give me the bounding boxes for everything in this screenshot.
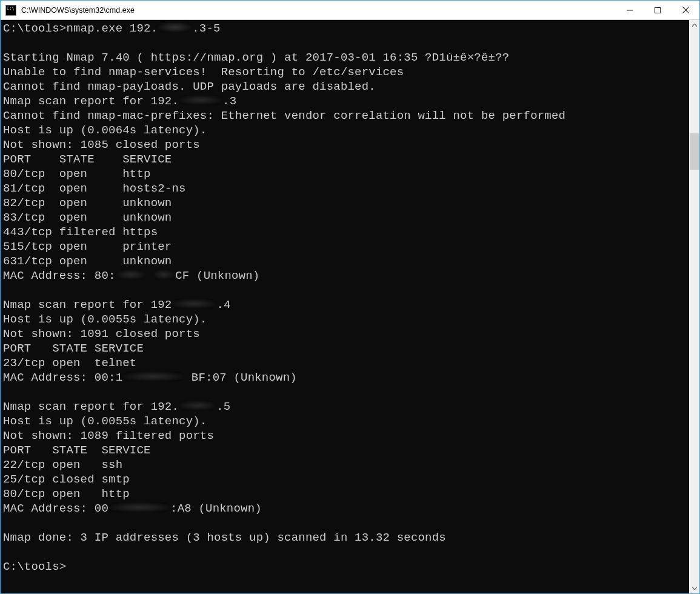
redacted-mac bbox=[116, 270, 145, 279]
output-line: 631/tcp open unknown bbox=[3, 255, 172, 268]
output-line: 22/tcp open ssh bbox=[3, 458, 122, 472]
output-line: MAC Address: 00 bbox=[3, 502, 108, 515]
window-controls bbox=[616, 1, 699, 19]
output-line: Host is up (0.0064s latency). bbox=[3, 124, 207, 137]
cmd-window: C:\WINDOWS\system32\cmd.exe C:\tools>nma… bbox=[0, 0, 700, 594]
redacted-mac bbox=[153, 270, 175, 279]
output-line: Cannot find nmap-mac-prefixes: Ethernet … bbox=[3, 109, 565, 122]
terminal-output[interactable]: C:\tools>nmap.exe 192..3-5 Starting Nmap… bbox=[1, 20, 689, 593]
terminal-area: C:\tools>nmap.exe 192..3-5 Starting Nmap… bbox=[1, 20, 699, 593]
output-line: Cannot find nmap-payloads. UDP payloads … bbox=[3, 80, 376, 93]
output-line: 443/tcp filtered https bbox=[3, 225, 158, 239]
scroll-thumb[interactable] bbox=[690, 133, 699, 170]
redacted-mac bbox=[123, 372, 184, 381]
output-line: Unable to find nmap-services! Resorting … bbox=[3, 65, 404, 79]
output-line: 515/tcp open printer bbox=[3, 240, 172, 253]
output-line: 82/tcp open unknown bbox=[3, 196, 172, 210]
output-line: Nmap scan report for 192. bbox=[3, 400, 179, 413]
output-line: Nmap scan report for 192 bbox=[3, 298, 172, 312]
vertical-scrollbar[interactable] bbox=[689, 20, 699, 593]
close-button[interactable] bbox=[672, 1, 699, 19]
output-line: 25/tcp closed smtp bbox=[3, 473, 130, 486]
redacted-ip bbox=[172, 299, 216, 309]
output-line: :A8 (Unknown) bbox=[170, 502, 262, 515]
titlebar[interactable]: C:\WINDOWS\system32\cmd.exe bbox=[1, 1, 699, 20]
redacted-ip bbox=[179, 401, 216, 410]
minimize-button[interactable] bbox=[616, 1, 644, 19]
output-line: 81/tcp open hosts2-ns bbox=[3, 182, 186, 195]
cmd-icon bbox=[5, 5, 16, 16]
scroll-down-arrow-icon[interactable] bbox=[689, 583, 699, 593]
output-line: PORT STATE SERVICE bbox=[3, 153, 172, 166]
output-line: Not shown: 1091 closed ports bbox=[3, 327, 200, 341]
window-title: C:\WINDOWS\system32\cmd.exe bbox=[21, 6, 616, 15]
output-line: CF (Unknown) bbox=[175, 269, 259, 282]
output-line: BF:07 (Unknown) bbox=[192, 371, 297, 384]
output-line: 80/tcp open http bbox=[3, 487, 130, 501]
output-line: Host is up (0.0055s latency). bbox=[3, 313, 207, 326]
output-line: .4 bbox=[216, 298, 230, 312]
redacted-ip bbox=[179, 95, 222, 105]
output-line: PORT STATE SERVICE bbox=[3, 342, 144, 355]
output-line: Host is up (0.0055s latency). bbox=[3, 415, 207, 428]
output-line: Not shown: 1085 closed ports bbox=[3, 138, 200, 152]
prompt: C:\tools> bbox=[3, 560, 66, 573]
output-line: MAC Address: 80: bbox=[3, 269, 116, 282]
command-text: nmap.exe 192. bbox=[66, 22, 158, 35]
output-line: Nmap scan report for 192. bbox=[3, 95, 179, 108]
command-text: .3-5 bbox=[192, 22, 220, 35]
output-line: Starting Nmap 7.40 ( https://nmap.org ) … bbox=[3, 51, 509, 64]
output-line: PORT STATE SERVICE bbox=[3, 444, 151, 457]
output-line: Nmap done: 3 IP addresses (3 hosts up) s… bbox=[3, 531, 446, 544]
output-line: 80/tcp open http bbox=[3, 167, 151, 181]
scroll-track[interactable] bbox=[689, 30, 699, 583]
scroll-up-arrow-icon[interactable] bbox=[689, 20, 699, 30]
redacted-mac bbox=[109, 502, 170, 512]
svg-rect-1 bbox=[655, 7, 661, 13]
output-line: 83/tcp open unknown bbox=[3, 211, 172, 224]
maximize-button[interactable] bbox=[644, 1, 672, 19]
output-line: MAC Address: 00:1 bbox=[3, 371, 122, 384]
redacted-ip bbox=[158, 22, 192, 32]
output-line: 23/tcp open telnet bbox=[3, 356, 136, 370]
prompt: C:\tools> bbox=[3, 22, 66, 35]
output-line: .3 bbox=[222, 95, 236, 108]
output-line: .5 bbox=[216, 400, 230, 413]
output-line: Not shown: 1089 filtered ports bbox=[3, 429, 214, 442]
